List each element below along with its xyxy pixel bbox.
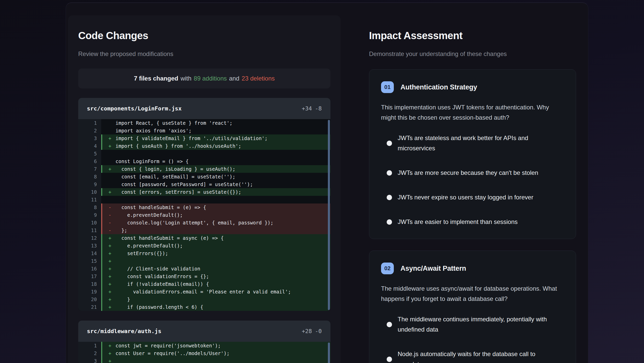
code-text: import { validateEmail } from '../utils/… [116,135,268,141]
diff-marker: + [104,280,116,288]
file-additions: +34 [302,105,312,112]
code-line: 11 - }; [78,226,330,234]
code-line: 3 +import { validateEmail } from '../uti… [78,134,330,142]
code-line: 8 - const handleSubmit = (e) => { [78,203,330,211]
diff-marker: + [104,234,116,242]
diff-marker: + [104,342,116,349]
diff-file-block: src/middleware/auth.js +28 -0 1 +const j… [78,321,330,363]
file-list: src/components/LoginForm.jsx +34 -8 1 im… [78,98,330,363]
code-text: setErrors({}); [116,251,168,256]
diff-marker: + [104,265,116,273]
answer-option[interactable]: Node.js automatically waits for the data… [381,349,564,363]
scrollbar-thumb[interactable] [328,120,330,310]
code-line: 19 + validationErrors.email = 'Please en… [78,288,330,296]
code-text: import React, { useState } from 'react'; [116,120,233,126]
code-text: const User = require('../models/User'); [116,350,229,356]
code-text: const [password, setPassword] = useState… [116,182,253,187]
additions-total: 89 additions [194,75,227,82]
answer-option[interactable]: The middleware continues immediately, po… [381,314,564,335]
line-number: 16 [78,265,101,273]
diff-marker: + [104,273,116,280]
scrollbar-thumb[interactable] [328,343,330,363]
line-number: 10 [78,219,101,226]
code-line: 11 [78,196,330,203]
code-line: 2 +const User = require('../models/User'… [78,349,330,357]
line-number: 2 [78,349,101,357]
line-number: 21 [78,303,101,311]
radio-button-icon[interactable] [387,170,392,176]
radio-button-icon[interactable] [387,322,392,327]
diff-marker: + [104,134,116,142]
file-deletions: -8 [315,105,322,112]
code-text: const validationErrors = {}; [116,274,209,279]
line-number: 3 [78,134,101,142]
file-additions: +28 [302,328,312,334]
radio-button-icon[interactable] [387,357,392,362]
question-title: Authentication Strategy [400,83,477,91]
code-line: 21 + if (password.length < 6) { [78,303,330,311]
answer-option-label: Node.js automatically waits for the data… [398,349,556,363]
file-name: src/components/LoginForm.jsx [87,105,182,112]
code-line: 1 import React, { useState } from 'react… [78,119,330,127]
answer-option-label: JWTs are stateless and work better for A… [398,133,556,153]
code-line: 14 + setErrors({}); [78,249,330,257]
diff-marker: + [104,188,116,196]
diff-marker: - [104,211,116,219]
question-card: 02 Async/Await Pattern The middleware us… [369,251,576,363]
code-line: 5 [78,150,330,157]
code-line: 16 + // Client-side validation [78,265,330,273]
radio-button-icon[interactable] [387,141,392,146]
line-number: 8 [78,203,101,211]
question-list: 01 Authentication Strategy This implemen… [369,69,576,363]
code-line: 20 + } [78,296,330,303]
code-rows: 1 +const jwt = require('jsonwebtoken'); … [78,342,330,363]
code-line: 4 +import { useAuth } from '../hooks/use… [78,142,330,150]
answer-option[interactable]: JWTs are more secure because they can't … [381,168,564,178]
line-number: 18 [78,280,101,288]
code-text: e.preventDefault(); [116,243,183,248]
code-text: const [email, setEmail] = useState(''); [116,174,235,179]
line-number: 12 [78,234,101,242]
code-text: const LoginForm = () => { [116,158,189,164]
code-text: if (password.length < 6) { [116,304,203,310]
answer-option[interactable]: JWTs are stateless and work better for A… [381,133,564,153]
code-rows: 1 import React, { useState } from 'react… [78,119,330,311]
code-line: 15 + [78,257,330,265]
diff-marker: + [104,303,116,311]
code-line: 1 +const jwt = require('jsonwebtoken'); [78,342,330,349]
code-line: 10 - console.log('Login attempt', { emai… [78,219,330,226]
diff-marker: + [104,257,116,265]
code-text: const handleSubmit = async (e) => { [116,235,224,241]
code-text: } [116,297,130,302]
line-number: 13 [78,242,101,249]
code-line: 9 - e.preventDefault(); [78,211,330,219]
code-text: import { useAuth } from '../hooks/useAut… [116,143,241,149]
question-prompt: The middleware uses async/await for data… [381,283,564,304]
radio-button-icon[interactable] [387,219,392,225]
line-number: 6 [78,157,101,165]
line-number: 3 [78,357,101,363]
line-number: 9 [78,180,101,188]
answer-option[interactable]: JWTs are easier to implement than sessio… [381,217,564,227]
diff-summary-bar: 7 files changed with 89 additions and 23… [78,69,330,88]
code-line: 10 + const [errors, setErrors] = useStat… [78,188,330,196]
answer-option[interactable]: JWTs never expire so users stay logged i… [381,192,564,202]
code-area: 1 +const jwt = require('jsonwebtoken'); … [78,342,330,363]
code-text: const handleSubmit = (e) => { [116,205,206,210]
line-number: 7 [78,165,101,173]
question-number-badge: 02 [381,263,394,274]
line-number: 8 [78,173,101,180]
code-line: 17 + const validationErrors = {}; [78,273,330,280]
code-line: 6 const LoginForm = () => { [78,157,330,165]
diff-marker: + [104,242,116,249]
line-number: 1 [78,342,101,349]
diff-marker: - [104,203,116,211]
impact-assessment-panel: Impact Assessment Demonstrate your under… [369,15,576,363]
code-line: 9 const [password, setPassword] = useSta… [78,180,330,188]
radio-button-icon[interactable] [387,195,392,200]
files-changed-count: 7 files changed [134,75,178,82]
question-number-badge: 01 [381,81,394,93]
line-number: 11 [78,196,101,203]
code-text: const jwt = require('jsonwebtoken'); [116,343,221,348]
question-header: 01 Authentication Strategy [381,81,564,93]
